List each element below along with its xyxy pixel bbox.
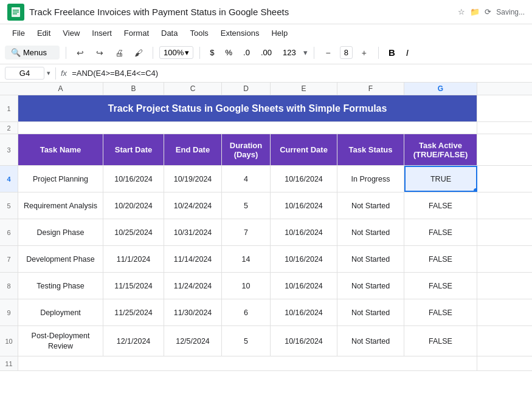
cell-4e[interactable]: 10/16/2024 [271,166,337,192]
cell-10c[interactable]: 12/5/2024 [164,326,222,356]
search-menus[interactable]: 🔍 Menus [5,46,60,60]
cell-5c[interactable]: 10/24/2024 [164,192,222,219]
decrease-font-button[interactable]: − [320,45,336,61]
cell-10g[interactable]: FALSE [404,326,477,356]
cell-6f[interactable]: Not Started [337,219,404,245]
header-start-date[interactable]: Start Date [103,134,164,165]
cell-8e[interactable]: 10/16/2024 [271,273,337,299]
cell-7e[interactable]: 10/16/2024 [271,246,337,272]
undo-button[interactable]: ↩ [72,45,88,61]
italic-button[interactable]: I [402,46,412,59]
cell-9d[interactable]: 6 [222,299,271,325]
header-task-active[interactable]: Task Active (TRUE/FALSE) [404,134,477,165]
paint-format-button[interactable]: 🖌 [131,45,147,61]
cell-7a[interactable]: Development Phase [18,246,103,272]
header-task-status[interactable]: Task Status [337,134,404,165]
cell-9b[interactable]: 11/25/2024 [103,299,164,325]
increase-font-button[interactable]: + [356,45,372,61]
percent-button[interactable]: % [221,47,236,58]
menu-file[interactable]: File [7,27,30,39]
font-size-control[interactable]: 8 [340,46,353,59]
cell-6d[interactable]: 7 [222,219,271,245]
col-header-e[interactable]: E [271,83,337,95]
inc-decimals-button[interactable]: .00 [257,47,275,58]
col-header-g[interactable]: G [404,83,477,95]
cell-9f[interactable]: Not Started [337,299,404,325]
cell-6b[interactable]: 10/25/2024 [103,219,164,245]
refresh-icon[interactable]: ⟳ [485,7,491,16]
col-header-d[interactable]: D [222,83,271,95]
cell-8a[interactable]: Testing Phase [18,273,103,299]
fx-label: fx [61,69,67,78]
cell-9g[interactable]: FALSE [404,299,477,325]
menu-tools[interactable]: Tools [185,27,213,39]
redo-button[interactable]: ↪ [92,45,108,61]
cell-5f[interactable]: Not Started [337,192,404,219]
cell-8d[interactable]: 10 [222,273,271,299]
zoom-control[interactable]: 100% ▾ [159,46,193,59]
col-header-b[interactable]: B [103,83,164,95]
col-header-a[interactable]: A [18,83,103,95]
cell-6c[interactable]: 10/31/2024 [164,219,222,245]
cell-9a[interactable]: Deployment [18,299,103,325]
cell-4g[interactable]: TRUE [404,166,477,192]
cell-7f[interactable]: Not Started [337,246,404,272]
cell-10f[interactable]: Not Started [337,326,404,356]
cell-9c[interactable]: 11/30/2024 [164,299,222,325]
cell-5e[interactable]: 10/16/2024 [271,192,337,219]
dec-decimals-button[interactable]: .0 [240,47,254,58]
cell-4c[interactable]: 10/19/2024 [164,166,222,192]
empty-row-11: 11 [0,356,532,371]
star-icon[interactable]: ☆ [458,7,465,16]
cell-4b[interactable]: 10/16/2024 [103,166,164,192]
format-123-button[interactable]: 123 [279,47,300,58]
cell-5a[interactable]: Requirement Analysis [18,192,103,219]
cell-11a[interactable] [18,356,477,370]
bold-button[interactable]: B [385,46,399,59]
header-current-date[interactable]: Current Date [271,134,337,165]
menu-edit[interactable]: Edit [32,27,55,39]
cell-4f[interactable]: In Progress [337,166,404,192]
menu-data[interactable]: Data [156,27,182,39]
cell-9e[interactable]: 10/16/2024 [271,299,337,325]
cell-7b[interactable]: 11/1/2024 [103,246,164,272]
menu-view[interactable]: View [58,27,85,39]
currency-button[interactable]: $ [206,47,218,58]
menu-insert[interactable]: Insert [87,27,117,39]
cell-10d[interactable]: 5 [222,326,271,356]
cell-5g[interactable]: FALSE [404,192,477,219]
cell-7c[interactable]: 11/14/2024 [164,246,222,272]
cell-8g[interactable]: FALSE [404,273,477,299]
cell-10a[interactable]: Post-DeploymentReview [18,326,103,356]
menu-extensions[interactable]: Extensions [216,27,264,39]
cell-4d[interactable]: 4 [222,166,271,192]
folder-icon[interactable]: 📁 [470,7,480,16]
col-header-f[interactable]: F [337,83,404,95]
menu-format[interactable]: Format [119,27,154,39]
header-end-date[interactable]: End Date [164,134,222,165]
cell-5d[interactable]: 5 [222,192,271,219]
menu-help[interactable]: Help [266,27,292,39]
cell-7d[interactable]: 14 [222,246,271,272]
cell-2a[interactable] [18,122,477,134]
cell-6a[interactable]: Design Phase [18,219,103,245]
cell-8f[interactable]: Not Started [337,273,404,299]
cell-8b[interactable]: 11/15/2024 [103,273,164,299]
cell-8c[interactable]: 11/24/2024 [164,273,222,299]
col-header-c[interactable]: C [164,83,222,95]
title-cell[interactable]: Track Project Status in Google Sheets wi… [18,95,477,121]
cell-10e[interactable]: 10/16/2024 [271,326,337,356]
format-dropdown-icon[interactable]: ▾ [303,48,308,57]
cell-6e[interactable]: 10/16/2024 [271,219,337,245]
header-task-name[interactable]: Task Name [18,134,103,165]
cell-6g[interactable]: FALSE [404,219,477,245]
row-num-7: 7 [0,246,18,272]
cell-5b[interactable]: 10/20/2024 [103,192,164,219]
cell-4a[interactable]: Project Planning [18,166,103,192]
header-duration[interactable]: Duration (Days) [222,134,271,165]
cell-7g[interactable]: FALSE [404,246,477,272]
formula-dropdown-icon[interactable]: ▾ [47,69,50,77]
print-button[interactable]: 🖨 [111,45,127,61]
cell-10b[interactable]: 12/1/2024 [103,326,164,356]
cell-reference[interactable]: G4 [5,67,44,80]
